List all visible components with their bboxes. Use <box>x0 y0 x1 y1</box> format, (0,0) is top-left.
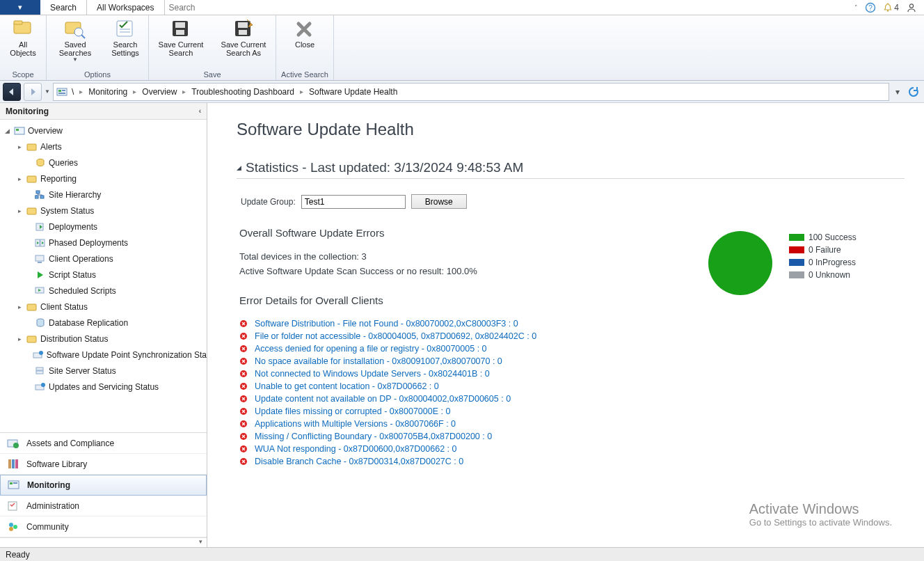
notifications-icon[interactable]: 4 <box>883 3 899 13</box>
tree-node-system-status[interactable]: ▸ System Status <box>0 203 207 219</box>
activate-windows-watermark: Activate Windows Go to Settings to activ… <box>749 501 892 528</box>
nav-tree[interactable]: ◢ Overview ▸ Alerts Queries ▸ <box>0 120 207 432</box>
nav-pane-title: Monitoring <box>6 106 49 116</box>
refresh-button[interactable] <box>906 83 921 101</box>
workspace-assets[interactable]: Assets and Compliance <box>0 433 207 454</box>
tree-label: Reporting <box>40 174 77 184</box>
error-link[interactable]: Update files missing or corrupted - 0x80… <box>255 406 450 416</box>
tree-node-queries[interactable]: Queries <box>0 155 207 171</box>
error-item: WUA Not responding - 0x87D00600,0x87D006… <box>239 443 924 455</box>
tree-label: Client Status <box>40 302 88 312</box>
tree-node-script-status[interactable]: Script Status <box>0 267 207 283</box>
legend-success: 100 Success <box>808 231 857 244</box>
tree-node-site-server-status[interactable]: Site Server Status <box>0 363 207 379</box>
breadcrumb-seg[interactable]: Monitoring <box>87 87 129 97</box>
error-link[interactable]: Not connected to Windows Update Servers … <box>255 369 490 379</box>
ribbon-group-active-search: Close Active Search <box>276 15 334 80</box>
svg-rect-39 <box>27 336 36 342</box>
nav-forward-button[interactable] <box>24 83 42 101</box>
svg-rect-34 <box>35 255 44 261</box>
tree-node-database-replication[interactable]: Database Replication <box>0 315 207 331</box>
watermark-title: Activate Windows <box>749 501 892 517</box>
tree-node-distribution-status[interactable]: ▸ Distribution Status <box>0 331 207 347</box>
error-link[interactable]: Update content not available on DP - 0x8… <box>255 394 511 404</box>
tree-node-phased-deployments[interactable]: Phased Deployments <box>0 235 207 251</box>
tree-label: Updates and Servicing Status <box>49 382 159 392</box>
error-link[interactable]: Software Distribution - File not Found -… <box>255 319 518 329</box>
feedback-icon[interactable] <box>906 2 917 13</box>
saved-searches-label: Saved Searches <box>59 40 91 57</box>
workspace-overflow[interactable]: ▾ <box>0 537 207 547</box>
error-link[interactable]: Unable to get content location - 0x87D00… <box>255 381 439 391</box>
top-strip: ▾ Search All Workspaces ˄ ? 4 <box>0 0 924 15</box>
tree-node-scheduled-scripts[interactable]: Scheduled Scripts <box>0 283 207 299</box>
error-item: Disable Branch Cache - 0x87D00314,0x87D0… <box>239 455 924 468</box>
help-icon[interactable]: ? <box>865 2 876 13</box>
page-title: Software Update Health <box>237 120 924 139</box>
all-objects-label: All Objects <box>10 40 35 57</box>
breadcrumb-seg[interactable]: Overview <box>141 87 178 97</box>
search-settings-button[interactable]: Search Settings <box>106 17 144 57</box>
tree-node-site-hierarchy[interactable]: Site Hierarchy <box>0 187 207 203</box>
error-link[interactable]: Missing / Conflicting Boundary - 0x80070… <box>255 432 492 441</box>
svg-rect-49 <box>12 459 15 468</box>
tree-node-sup-sync[interactable]: Software Update Point Synchronization St… <box>0 347 207 363</box>
global-search-input[interactable] <box>165 0 848 15</box>
error-link[interactable]: File or folder not accessible - 0x800040… <box>255 331 536 341</box>
error-link[interactable]: WUA Not responding - 0x87D00600,0x87D006… <box>255 444 456 454</box>
workspace-library[interactable]: Software Library <box>0 454 207 475</box>
error-link[interactable]: Disable Branch Cache - 0x87D00314,0x87D0… <box>255 457 463 466</box>
workspace-administration[interactable]: Administration <box>0 496 207 516</box>
svg-text:?: ? <box>869 4 873 12</box>
all-objects-button[interactable]: All Objects <box>4 17 42 57</box>
svg-rect-28 <box>35 196 38 198</box>
tree-label: Phased Deployments <box>49 238 128 248</box>
error-item: Update content not available on DP - 0x8… <box>239 393 924 405</box>
breadcrumb-root-icon <box>56 86 67 97</box>
collapse-nav-icon[interactable]: ‹ <box>199 107 201 115</box>
error-link[interactable]: No space available for installation - 0x… <box>255 356 502 366</box>
svg-rect-52 <box>10 482 13 484</box>
tree-node-deployments[interactable]: Deployments <box>0 219 207 235</box>
collapse-ribbon-icon[interactable]: ˄ <box>854 4 858 11</box>
statistics-section-header[interactable]: ◢ Statistics - Last updated: 3/13/2024 9… <box>237 160 905 179</box>
breadcrumb-path[interactable]: \ ▸ Monitoring ▸ Overview ▸ Troubleshoot… <box>53 83 889 101</box>
tab-all-workspaces[interactable]: All Workspaces <box>87 0 164 15</box>
tree-label: Distribution Status <box>40 334 108 344</box>
svg-rect-17 <box>239 30 247 35</box>
saved-searches-button[interactable]: Saved Searches ▼ <box>51 17 99 63</box>
tree-label: Queries <box>49 158 78 168</box>
error-link[interactable]: Access denied for opening a file or regi… <box>255 344 487 354</box>
tree-node-client-operations[interactable]: Client Operations <box>0 251 207 267</box>
save-current-search-label: Save Current Search <box>159 40 204 57</box>
error-link[interactable]: Applications with Multiple Versions - 0x… <box>255 419 456 429</box>
tab-search[interactable]: Search <box>40 0 87 15</box>
error-item: File or folder not accessible - 0x800040… <box>239 330 924 342</box>
tree-node-alerts[interactable]: ▸ Alerts <box>0 139 207 155</box>
svg-point-41 <box>39 351 43 355</box>
tree-node-overview[interactable]: ◢ Overview <box>0 123 207 139</box>
svg-point-57 <box>9 527 13 531</box>
tree-node-updates-servicing[interactable]: Updates and Servicing Status <box>0 379 207 395</box>
breadcrumb-seg[interactable]: Software Update Health <box>308 87 399 97</box>
workspace-monitoring[interactable]: Monitoring <box>0 475 207 496</box>
breadcrumb-history-dropdown[interactable]: ▾ <box>892 87 903 97</box>
app-menu-button[interactable]: ▾ <box>0 0 40 15</box>
svg-rect-20 <box>62 90 65 91</box>
save-current-search-button[interactable]: Save Current Search <box>153 17 209 57</box>
breadcrumb-seg[interactable]: Troubleshooting Dashboard <box>190 87 296 97</box>
chart-legend: 100 Success 0 Failure 0 InProgress 0 Unk… <box>789 231 857 281</box>
tree-label: Database Replication <box>49 318 128 328</box>
update-group-input[interactable] <box>301 195 406 209</box>
nav-back-button[interactable] <box>3 83 21 101</box>
tree-node-client-status[interactable]: ▸ Client Status <box>0 299 207 315</box>
workspace-switcher: Assets and Compliance Software Library M… <box>0 432 207 547</box>
browse-button[interactable]: Browse <box>411 194 467 209</box>
workspace-community[interactable]: Community <box>0 516 207 537</box>
close-search-button[interactable]: Close <box>280 17 329 49</box>
tree-node-reporting[interactable]: ▸ Reporting <box>0 171 207 187</box>
content-pane: Software Update Health ◢ Statistics - La… <box>207 103 924 547</box>
breadcrumb-bar: ▼ \ ▸ Monitoring ▸ Overview ▸ Troublesho… <box>0 81 924 103</box>
save-current-search-as-button[interactable]: Save Current Search As <box>216 17 271 57</box>
tree-label: Alerts <box>40 142 62 152</box>
